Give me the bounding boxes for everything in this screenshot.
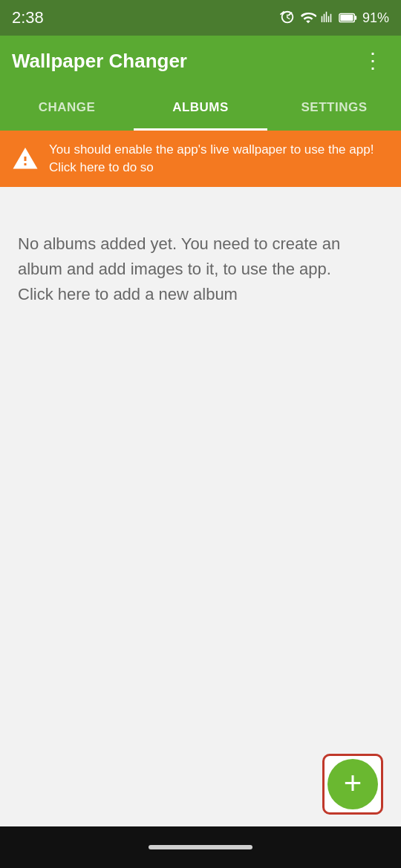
- empty-albums-message[interactable]: No albums added yet. You need to create …: [18, 231, 383, 307]
- warning-text: You should enable the app's live wallpap…: [49, 141, 389, 177]
- main-content[interactable]: No albums added yet. You need to create …: [0, 187, 401, 307]
- tab-albums[interactable]: ALBUMS: [134, 86, 267, 131]
- wifi-icon: [300, 10, 316, 26]
- signal-icon: [321, 10, 334, 26]
- fab-wrapper: +: [322, 754, 383, 815]
- tab-settings-label: SETTINGS: [301, 100, 367, 115]
- overflow-menu-button[interactable]: ⋮: [356, 47, 389, 74]
- app-title: Wallpaper Changer: [12, 50, 187, 73]
- app-bar: Wallpaper Changer ⋮: [0, 36, 401, 86]
- battery-icon: [339, 10, 358, 26]
- tab-change-label: CHANGE: [39, 100, 96, 115]
- battery-percent: 91%: [362, 10, 389, 26]
- fab-container: +: [322, 754, 383, 815]
- fab-plus-icon: +: [344, 768, 362, 799]
- home-indicator: [149, 845, 252, 849]
- warning-icon: [12, 145, 39, 172]
- tab-change[interactable]: CHANGE: [0, 86, 134, 131]
- warning-banner[interactable]: You should enable the app's live wallpap…: [0, 131, 401, 187]
- svg-rect-2: [354, 16, 356, 20]
- alarm-icon: [279, 10, 296, 26]
- tab-bar: CHANGE ALBUMS SETTINGS: [0, 86, 401, 131]
- tab-settings[interactable]: SETTINGS: [267, 86, 401, 131]
- svg-rect-1: [340, 15, 353, 21]
- add-album-fab-button[interactable]: +: [327, 759, 378, 809]
- bottom-nav-bar: [0, 826, 401, 868]
- tab-albums-label: ALBUMS: [172, 100, 229, 115]
- status-bar: 2:38 91%: [0, 0, 401, 36]
- status-time: 2:38: [12, 8, 44, 27]
- status-icons: 91%: [279, 10, 389, 26]
